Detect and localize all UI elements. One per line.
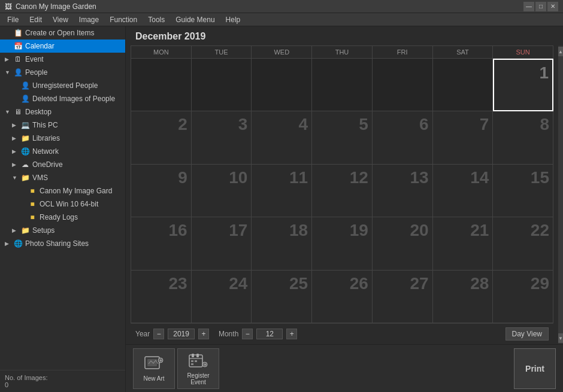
- register-event-icon: +: [187, 352, 209, 370]
- menu-view[interactable]: View: [48, 14, 73, 25]
- cal-cell-20[interactable]: 20: [373, 217, 433, 270]
- sidebar-item-calendar[interactable]: 📅 Calendar: [0, 39, 125, 53]
- cal-cell-empty-2[interactable]: [192, 59, 252, 111]
- day-number: 24: [229, 274, 247, 293]
- cal-cell-12[interactable]: 12: [312, 165, 373, 217]
- sidebar-item-event[interactable]: ▶ 🗓 Event: [0, 53, 125, 66]
- cal-cell-7[interactable]: 7: [433, 111, 494, 164]
- year-plus-button[interactable]: +: [198, 329, 209, 339]
- sidebar-label-libraries: Libraries: [32, 134, 60, 142]
- scroll-track[interactable]: [558, 56, 563, 333]
- sidebar-item-photo-sharing[interactable]: ▶ 🌐 Photo Sharing Sites: [0, 237, 125, 250]
- minimize-button[interactable]: —: [523, 2, 534, 11]
- menu-file[interactable]: File: [2, 14, 23, 25]
- expand-arrow: ▼: [5, 109, 11, 115]
- cal-cell-23[interactable]: 23: [131, 271, 192, 323]
- sidebar-item-unregistered-people[interactable]: 👤 Unregistered People: [0, 79, 125, 92]
- year-minus-button[interactable]: −: [153, 329, 164, 339]
- sidebar-label-network: Network: [32, 147, 59, 156]
- day-view-button[interactable]: Day View: [506, 327, 549, 341]
- menu-edit[interactable]: Edit: [25, 14, 47, 25]
- cal-cell-11[interactable]: 11: [252, 165, 312, 217]
- register-event-button[interactable]: + RegisterEvent: [177, 348, 219, 389]
- new-art-label: New Art: [143, 375, 164, 382]
- sidebar-item-onedrive[interactable]: ▶ ☁ OneDrive: [0, 158, 125, 171]
- day-header-sat: SAT: [433, 46, 494, 59]
- month-minus-button[interactable]: −: [242, 329, 253, 339]
- sidebar-item-setups[interactable]: ▶ 📁 Setups: [0, 224, 125, 237]
- cal-cell-6[interactable]: 6: [373, 111, 433, 164]
- cal-cell-17[interactable]: 17: [192, 217, 252, 270]
- sidebar-item-deleted-images[interactable]: 👤 Deleted Images of People: [0, 92, 125, 105]
- sidebar-item-libraries[interactable]: ▶ 📁 Libraries: [0, 132, 125, 145]
- calendar-icon: 📅: [13, 41, 23, 51]
- cal-cell-22[interactable]: 22: [493, 217, 553, 270]
- scroll-down-arrow[interactable]: ▼: [558, 333, 563, 343]
- sidebar-label-setups: Setups: [32, 226, 55, 235]
- expand-arrow: ▶: [12, 162, 18, 168]
- sidebar-item-vms[interactable]: ▼ 📁 VMS: [0, 171, 125, 184]
- image-count-value: 0: [5, 381, 120, 388]
- cal-cell-empty-3[interactable]: [252, 59, 312, 111]
- cal-cell-14[interactable]: 14: [433, 165, 494, 217]
- day-number: 9: [178, 168, 187, 187]
- cal-cell-1[interactable]: 1: [493, 59, 553, 111]
- sidebar-item-canon-my-image-gard[interactable]: ■ Canon My Image Gard: [0, 184, 125, 197]
- sidebar-item-ready-logs[interactable]: ■ Ready Logs: [0, 211, 125, 224]
- cal-cell-26[interactable]: 26: [312, 271, 373, 323]
- cal-cell-9[interactable]: 9: [131, 165, 192, 217]
- cal-cell-13[interactable]: 13: [373, 165, 433, 217]
- cal-cell-19[interactable]: 19: [312, 217, 373, 270]
- cal-cell-8[interactable]: 8: [493, 111, 553, 164]
- ready-logs-icon: ■: [28, 212, 37, 222]
- day-number: 1: [539, 63, 549, 83]
- svg-rect-5: [192, 354, 194, 357]
- sidebar-item-desktop[interactable]: ▼ 🖥 Desktop: [0, 105, 125, 118]
- cal-cell-2[interactable]: 2: [131, 111, 192, 164]
- day-number: 7: [480, 115, 489, 134]
- cal-cell-21[interactable]: 21: [433, 217, 494, 270]
- sidebar-item-ocl-win10[interactable]: ■ OCL Win 10 64-bit: [0, 197, 125, 211]
- print-button[interactable]: Print: [514, 348, 556, 389]
- day-header-wed: WED: [252, 46, 312, 59]
- menu-guide[interactable]: Guide Menu: [171, 14, 219, 25]
- cal-cell-empty-4[interactable]: [312, 59, 373, 111]
- sidebar-label-unregistered: Unregistered People: [32, 81, 98, 90]
- menu-image[interactable]: Image: [74, 14, 104, 25]
- new-art-button[interactable]: + New Art: [133, 348, 175, 389]
- cal-cell-empty-6[interactable]: [433, 59, 494, 111]
- cal-cell-4[interactable]: 4: [252, 111, 312, 164]
- cal-cell-29[interactable]: 29: [493, 271, 553, 323]
- scroll-up-arrow[interactable]: ▲: [558, 47, 563, 56]
- sidebar-label-create-open: Create or Open Items: [25, 29, 94, 37]
- day-number: 11: [289, 168, 308, 187]
- sidebar-label-event: Event: [25, 55, 44, 63]
- menu-help[interactable]: Help: [221, 14, 246, 25]
- sidebar-item-this-pc[interactable]: ▶ 💻 This PC: [0, 118, 125, 132]
- cal-cell-24[interactable]: 24: [192, 271, 252, 323]
- cal-cell-empty-5[interactable]: [373, 59, 433, 111]
- app-icon: 🖼: [5, 2, 12, 11]
- cal-cell-25[interactable]: 25: [252, 271, 312, 323]
- sidebar-item-people[interactable]: ▼ 👤 People: [0, 66, 125, 79]
- cal-cell-3[interactable]: 3: [192, 111, 252, 164]
- menu-tools[interactable]: Tools: [143, 14, 169, 25]
- calendar-scrollbar[interactable]: ▲ ▼: [558, 45, 563, 344]
- cal-cell-28[interactable]: 28: [433, 271, 494, 323]
- sidebar: 📋 Create or Open Items 📅 Calendar ▶ 🗓 Ev…: [0, 26, 126, 392]
- cal-cell-5[interactable]: 5: [312, 111, 373, 164]
- cal-cell-empty-1[interactable]: [131, 59, 192, 111]
- cal-cell-27[interactable]: 27: [373, 271, 433, 323]
- month-plus-button[interactable]: +: [286, 329, 297, 339]
- cal-cell-18[interactable]: 18: [252, 217, 312, 270]
- register-event-svg: +: [188, 353, 208, 369]
- cal-cell-10[interactable]: 10: [192, 165, 252, 217]
- maximize-button[interactable]: □: [535, 2, 546, 11]
- close-button[interactable]: ✕: [547, 2, 558, 11]
- cal-cell-16[interactable]: 16: [131, 217, 192, 270]
- sidebar-item-network[interactable]: ▶ 🌐 Network: [0, 145, 125, 158]
- menu-function[interactable]: Function: [105, 14, 142, 25]
- sidebar-item-create-open[interactable]: 📋 Create or Open Items: [0, 26, 125, 39]
- cal-cell-15[interactable]: 15: [493, 165, 553, 217]
- day-header-sun: SUN: [493, 46, 553, 59]
